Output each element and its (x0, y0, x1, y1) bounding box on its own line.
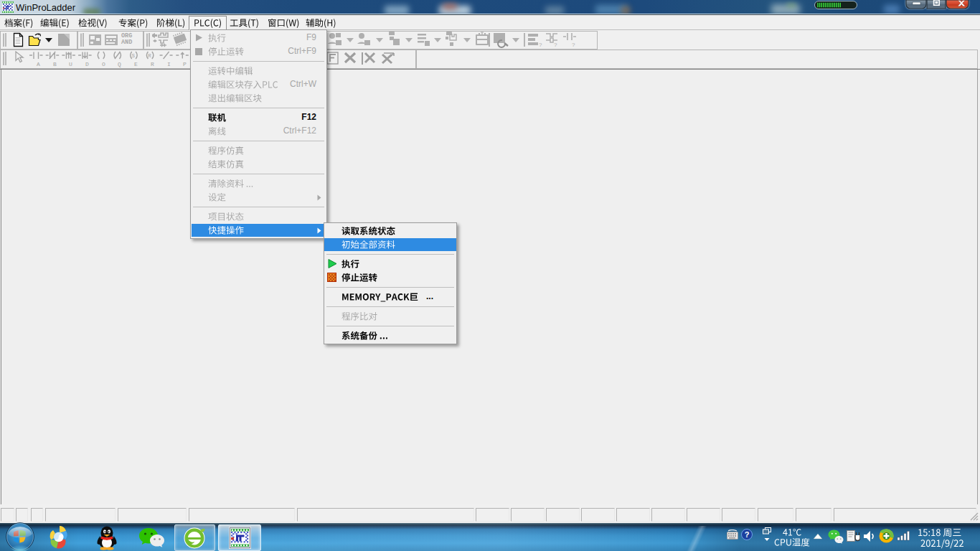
svg-text:?: ? (572, 42, 575, 48)
svg-text:R: R (148, 53, 151, 59)
svg-text:?: ? (745, 530, 750, 539)
svg-text:S: S (132, 53, 136, 59)
svg-text:?: ? (554, 42, 557, 48)
svg-text:?: ? (539, 42, 542, 48)
